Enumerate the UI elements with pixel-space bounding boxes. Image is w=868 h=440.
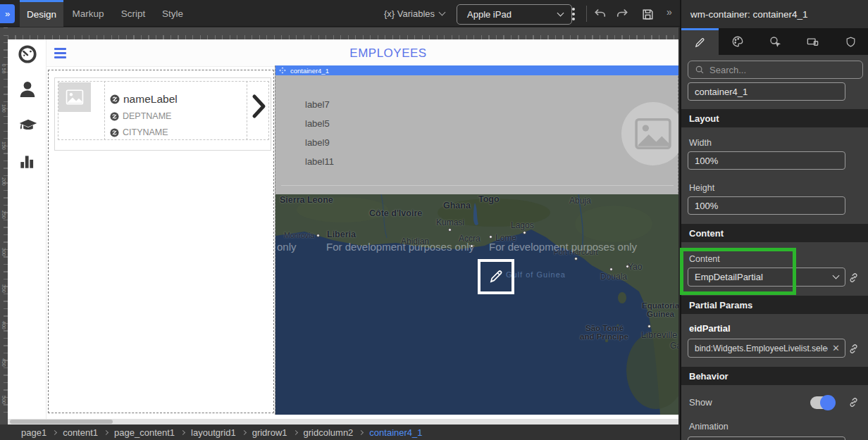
- label7-widget[interactable]: label7: [305, 99, 330, 110]
- breadcrumb-gridrow1[interactable]: gridrow1: [252, 427, 287, 438]
- section-content: Content: [681, 224, 868, 242]
- device-select[interactable]: Apple iPad: [457, 4, 572, 25]
- inspect-icon: [769, 35, 781, 48]
- tab-inspect[interactable]: [757, 28, 794, 55]
- search-input[interactable]: [709, 65, 856, 75]
- map-label: Yao: [628, 262, 642, 272]
- picture-icon: [634, 118, 672, 150]
- section-partial-params: Partial Params: [681, 296, 868, 314]
- name-label-widget[interactable]: nameLabel: [110, 93, 178, 106]
- redo-button[interactable]: [614, 6, 630, 22]
- container4_1-widget[interactable]: container4_1 label7 label5 label9 label1…: [275, 65, 678, 415]
- city-dot: [574, 257, 578, 260]
- horizontal-scrollbar[interactable]: [8, 419, 678, 425]
- breadcrumb-container4_1[interactable]: container4_1: [369, 427, 422, 438]
- breadcrumb-content1[interactable]: content1: [63, 427, 98, 438]
- city-label-widget[interactable]: CITYNAME: [110, 127, 168, 137]
- map-terrain: [275, 194, 678, 415]
- chevron-down-icon: [557, 10, 564, 17]
- save-icon: [641, 8, 655, 21]
- pencil-icon: [488, 268, 504, 285]
- map-label: Lagos: [511, 220, 534, 230]
- user-icon[interactable]: [18, 80, 37, 99]
- map-label: Côte d'Ivoire: [369, 208, 422, 218]
- tab-style[interactable]: Style: [156, 0, 189, 27]
- image-placeholder[interactable]: [58, 82, 91, 112]
- design-canvas: EMPLOYEES nameLabel DEPTNAME: [8, 39, 678, 419]
- breadcrumb-page1[interactable]: page1: [21, 427, 46, 438]
- move-icon: [279, 67, 286, 74]
- content-label: Content: [689, 254, 720, 264]
- dept-label-widget[interactable]: DEPTNAME: [110, 111, 171, 121]
- breadcrumb-layoutgrid1[interactable]: layoutgrid1: [191, 427, 236, 438]
- map-widget[interactable]: Sierra Leone Côte d'Ivoire Ghana Togo Ab…: [275, 194, 678, 415]
- map-label: São Tomé: [585, 324, 624, 332]
- bind-link-icon[interactable]: [848, 343, 860, 355]
- city-dot: [448, 228, 452, 232]
- bind-link-icon[interactable]: [848, 272, 860, 284]
- map-label: Ga: [670, 341, 678, 351]
- tab-design[interactable]: Design: [20, 0, 63, 27]
- animation-input[interactable]: [688, 436, 845, 440]
- bind-icon: [110, 128, 119, 137]
- employee-list-widget[interactable]: nameLabel DEPTNAME CITYNAME: [48, 70, 274, 413]
- breadcrumb-gridcolumn2[interactable]: gridcolumn2: [304, 427, 354, 438]
- shield-icon: [845, 36, 857, 48]
- profile-picture-placeholder[interactable]: [621, 102, 678, 165]
- divider: [281, 185, 674, 186]
- clear-icon[interactable]: ✕: [832, 343, 840, 353]
- scrollbar-thumb[interactable]: [10, 420, 113, 424]
- variables-menu[interactable]: {x} Variables: [384, 0, 445, 27]
- collapse-left-panel-button[interactable]: »: [0, 4, 15, 23]
- breadcrumb-page_content1[interactable]: page_content1: [114, 427, 175, 438]
- tab-markup[interactable]: Markup: [68, 0, 108, 27]
- hamburger-menu-icon[interactable]: [54, 48, 66, 58]
- chevron-right-icon[interactable]: [251, 94, 266, 122]
- city-dot: [626, 265, 629, 268]
- show-toggle[interactable]: [810, 396, 834, 409]
- more-options-button[interactable]: [566, 6, 581, 23]
- label5-widget[interactable]: label5: [305, 118, 330, 129]
- label11-widget[interactable]: label11: [305, 156, 334, 167]
- tab-security[interactable]: [832, 28, 868, 55]
- chevron-right-icon: [52, 429, 57, 434]
- map-label: Kumasi: [436, 218, 464, 227]
- height-input[interactable]: [688, 196, 845, 215]
- search-icon: [695, 65, 705, 75]
- panel-title: wm-container: container4_1: [681, 0, 868, 28]
- save-button[interactable]: [640, 6, 655, 22]
- property-search[interactable]: [688, 61, 863, 79]
- wavemaker-studio: » Design Markup Script Style {x} Variabl…: [0, 0, 868, 440]
- devices-icon: [806, 35, 819, 49]
- height-label: Height: [689, 183, 714, 193]
- map-watermark: For development purposes only: [326, 241, 474, 253]
- variables-label: {x} Variables: [384, 8, 435, 19]
- tab-styles[interactable]: [719, 28, 756, 55]
- expand-right-panel-button[interactable]: »: [666, 6, 672, 18]
- selected-widget-tag[interactable]: container4_1: [275, 65, 678, 75]
- device-value: Apple iPad: [467, 9, 512, 20]
- page-title[interactable]: EMPLOYEES: [349, 46, 426, 61]
- widget-name-input[interactable]: [688, 82, 845, 101]
- label9-widget[interactable]: label9: [305, 137, 330, 148]
- graduation-cap-icon[interactable]: [18, 115, 37, 135]
- dashboard-icon[interactable]: [18, 44, 37, 64]
- map-label: Douala: [600, 272, 627, 282]
- eidpartial-input[interactable]: bind:Widgets.EmployeeLivelist.selected: [688, 339, 845, 358]
- bind-link-icon[interactable]: [848, 396, 860, 408]
- map-label: and Príncipe: [580, 332, 628, 341]
- tab-devices[interactable]: [794, 28, 831, 55]
- tab-script[interactable]: Script: [116, 0, 151, 27]
- animation-label: Animation: [689, 422, 728, 432]
- undo-icon: [593, 7, 607, 21]
- content-select[interactable]: EmpDetailPartial: [688, 268, 845, 287]
- palette-icon: [731, 35, 744, 48]
- width-input[interactable]: [688, 151, 845, 170]
- undo-button[interactable]: [593, 6, 608, 22]
- tab-properties[interactable]: [681, 28, 719, 55]
- bar-chart-icon[interactable]: [18, 152, 37, 172]
- selected-widget-name: container4_1: [290, 67, 329, 75]
- redo-icon: [615, 7, 629, 21]
- map-edit-overlay[interactable]: [478, 259, 514, 294]
- list-item-template[interactable]: nameLabel DEPTNAME CITYNAME: [54, 77, 271, 151]
